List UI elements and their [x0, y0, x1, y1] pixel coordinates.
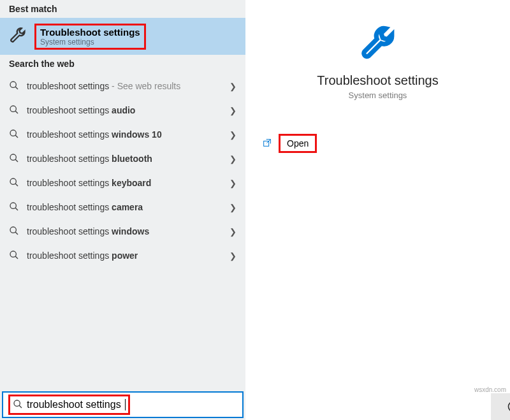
search-icon — [9, 153, 19, 165]
web-results-list: troubleshoot settings - See web results❯… — [0, 73, 245, 268]
web-result-item[interactable]: troubleshoot settings power❯ — [0, 243, 245, 268]
best-match-text-highlight: Troubleshoot settings System settings — [34, 24, 146, 50]
svg-point-0 — [10, 82, 16, 87]
chevron-right-icon[interactable]: ❯ — [229, 227, 237, 236]
web-result-label: troubleshoot settings windows 10 — [27, 129, 222, 140]
svg-point-2 — [10, 106, 16, 112]
search-box[interactable]: troubleshoot settings — [2, 391, 244, 418]
cortana-icon[interactable] — [505, 398, 510, 415]
wrench-icon — [360, 54, 397, 64]
wrench-icon — [9, 27, 27, 47]
open-icon — [262, 138, 272, 150]
search-input-value: troubleshoot settings — [27, 399, 121, 410]
search-icon — [13, 399, 23, 411]
svg-line-15 — [15, 256, 18, 259]
web-result-label: troubleshoot settings power — [27, 250, 222, 261]
web-result-item[interactable]: troubleshoot settings - See web results❯ — [0, 74, 245, 98]
chevron-right-icon[interactable]: ❯ — [229, 178, 237, 188]
web-result-label: troubleshoot settings camera — [27, 202, 222, 212]
open-label: Open — [279, 134, 317, 153]
web-result-item[interactable]: troubleshoot settings camera❯ — [0, 195, 245, 219]
search-results-panel: Best match Troubleshoot settings System … — [0, 0, 245, 420]
web-result-label: troubleshoot settings bluetooth — [27, 154, 222, 164]
best-match-subtitle: System settings — [40, 38, 140, 47]
watermark: wsxdn.com — [474, 386, 506, 393]
svg-point-4 — [10, 130, 16, 136]
search-icon — [9, 105, 19, 117]
search-icon — [9, 250, 19, 262]
svg-line-1 — [15, 87, 18, 89]
text-cursor — [125, 399, 126, 410]
web-result-item[interactable]: troubleshoot settings windows 10❯ — [0, 122, 245, 147]
web-result-item[interactable]: troubleshoot settings windows❯ — [0, 219, 245, 243]
svg-point-8 — [10, 178, 16, 184]
search-icon — [9, 201, 19, 214]
preview-title: Troubleshoot settings — [245, 73, 510, 88]
web-result-item[interactable]: troubleshoot settings bluetooth❯ — [0, 147, 245, 171]
chevron-right-icon[interactable]: ❯ — [229, 154, 237, 164]
svg-line-5 — [15, 135, 18, 138]
web-result-item[interactable]: troubleshoot settings audio❯ — [0, 98, 245, 122]
web-result-item[interactable]: troubleshoot settings keyboard❯ — [0, 171, 245, 195]
svg-point-10 — [10, 203, 16, 208]
svg-line-7 — [15, 159, 18, 162]
web-result-label: troubleshoot settings keyboard — [27, 178, 222, 188]
preview-panel: Troubleshoot settings System settings Op… — [245, 0, 510, 420]
chevron-right-icon[interactable]: ❯ — [229, 130, 237, 140]
search-box-highlight: troubleshoot settings — [8, 395, 130, 415]
search-icon — [9, 129, 19, 141]
svg-line-11 — [15, 208, 18, 210]
svg-line-3 — [15, 111, 18, 113]
svg-point-12 — [10, 227, 16, 233]
best-match-result[interactable]: Troubleshoot settings System settings — [0, 18, 245, 55]
svg-point-16 — [14, 400, 20, 406]
svg-line-9 — [15, 184, 18, 186]
search-icon — [9, 226, 19, 238]
search-web-header: Search the web — [0, 55, 245, 73]
search-icon — [9, 177, 19, 189]
search-icon — [9, 80, 19, 92]
taskbar: W — [491, 393, 510, 420]
best-match-title: Troubleshoot settings — [40, 27, 140, 38]
web-result-label: troubleshoot settings windows — [27, 226, 222, 236]
preview-subtitle: System settings — [245, 91, 510, 100]
svg-point-14 — [10, 251, 16, 257]
chevron-right-icon[interactable]: ❯ — [229, 203, 237, 212]
chevron-right-icon[interactable]: ❯ — [229, 251, 237, 261]
svg-line-13 — [15, 232, 18, 235]
chevron-right-icon[interactable]: ❯ — [229, 106, 237, 115]
svg-line-17 — [19, 405, 22, 408]
svg-point-6 — [10, 154, 16, 160]
open-action[interactable]: Open — [262, 132, 510, 155]
best-match-header: Best match — [0, 0, 245, 18]
web-result-label: troubleshoot settings audio — [27, 105, 222, 115]
chevron-right-icon[interactable]: ❯ — [229, 82, 237, 91]
web-result-label: troubleshoot settings - See web results — [27, 81, 222, 91]
